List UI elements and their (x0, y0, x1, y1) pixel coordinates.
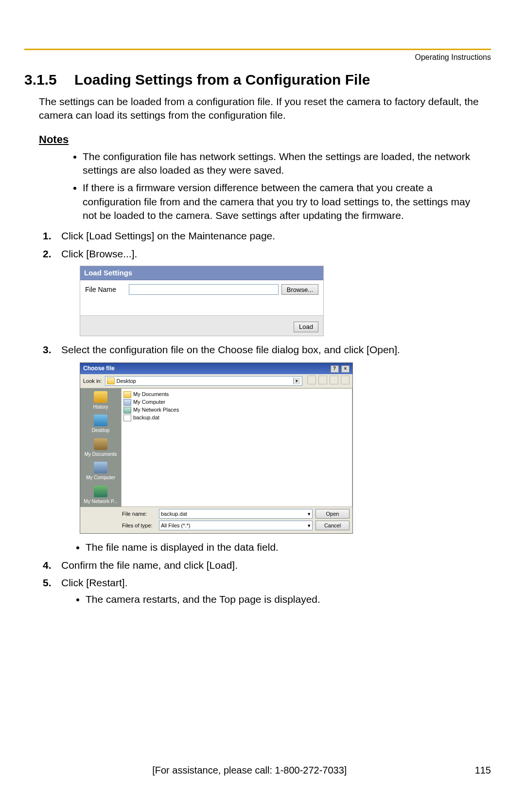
filetype-combo[interactable]: All Files (*.*) ▾ (159, 521, 313, 530)
folder-icon (123, 391, 131, 398)
network-icon (94, 486, 107, 497)
intro-paragraph: The settings can be loaded from a config… (39, 95, 491, 123)
views-icon[interactable] (341, 376, 350, 384)
folder-icon (107, 378, 115, 384)
note-item: If there is a firmware version differenc… (83, 181, 476, 222)
back-icon[interactable] (307, 376, 316, 384)
desktop-icon (94, 415, 107, 426)
toolbar-icons (306, 376, 350, 386)
documents-icon (94, 438, 107, 450)
computer-icon (123, 399, 131, 406)
place-history[interactable]: History (81, 389, 120, 412)
place-label: History (93, 404, 108, 410)
page-number: 115 (475, 765, 491, 776)
header-rule (24, 49, 491, 50)
load-panel-body: File Name Browse... (80, 280, 323, 315)
step-5: Click [Restart]. The camera restarts, an… (43, 576, 491, 607)
step-3-sub: The file name is displayed in the data f… (86, 541, 491, 554)
file-label: My Computer (133, 398, 165, 406)
step-3: Select the configuration file on the Cho… (43, 343, 491, 555)
lookin-label: Look in: (83, 378, 102, 385)
load-button[interactable]: Load (294, 322, 318, 332)
history-icon (94, 391, 107, 403)
up-icon[interactable] (318, 376, 327, 384)
list-item[interactable]: My Network Places (123, 406, 350, 414)
place-label: My Network P... (84, 499, 117, 504)
dialog-toolbar: Look in: Desktop ▾ (80, 374, 352, 388)
lookin-combo[interactable]: Desktop ▾ (105, 376, 302, 386)
list-item[interactable]: My Documents (123, 391, 350, 398)
chevron-down-icon: ▾ (308, 522, 311, 529)
place-label: My Documents (85, 451, 117, 457)
computer-icon (94, 462, 107, 473)
place-label: My Computer (86, 475, 115, 480)
step-2: Click [Browse...]. Load Settings File Na… (43, 247, 491, 336)
filetype-label: Files of type: (122, 522, 156, 529)
choose-file-dialog: Choose file ? × Look in: Desktop ▾ (80, 362, 353, 534)
dialog-title: Choose file (83, 364, 115, 372)
step-4: Confirm the file name, and click [Load]. (43, 559, 491, 572)
file-label: My Network Places (133, 406, 179, 414)
running-header: Operating Instructions (24, 53, 491, 62)
step-5-sub: The camera restarts, and the Top page is… (86, 593, 491, 606)
place-mycomp[interactable]: My Computer (81, 460, 120, 483)
file-icon (123, 415, 131, 421)
load-settings-panel: Load Settings File Name Browse... Load (80, 266, 324, 336)
section-title: 3.1.5 Loading Settings from a Configurat… (24, 72, 491, 88)
chevron-down-icon: ▾ (308, 510, 311, 518)
file-label: backup.dat (133, 414, 159, 421)
help-icon[interactable]: ? (331, 365, 339, 373)
section-number: 3.1.5 (24, 72, 57, 88)
filename-value: backup.dat (161, 510, 187, 518)
step-3-text: Select the configuration file on the Cho… (61, 344, 400, 355)
close-icon[interactable]: × (341, 365, 350, 373)
place-label: Desktop (92, 428, 110, 433)
places-bar: History Desktop My Documents My Com (80, 388, 121, 507)
place-mynet[interactable]: My Network P... (81, 484, 120, 506)
step-5-sublist: The camera restarts, and the Top page is… (86, 593, 491, 606)
steps-list: Click [Load Settings] on the Maintenance… (43, 229, 491, 606)
step-1: Click [Load Settings] on the Maintenance… (43, 229, 491, 243)
notes-heading: Notes (39, 133, 491, 146)
filename-combo[interactable]: backup.dat ▾ (159, 509, 313, 519)
cancel-button[interactable]: Cancel (315, 521, 350, 530)
page-footer: [For assistance, please call: 1-800-272-… (24, 765, 491, 776)
file-name-input[interactable] (129, 284, 279, 295)
file-list[interactable]: My Documents My Computer My Network Plac… (121, 388, 352, 507)
step-5-text: Click [Restart]. (61, 577, 128, 588)
list-item[interactable]: My Computer (123, 398, 350, 406)
step-3-sublist: The file name is displayed in the data f… (86, 541, 491, 554)
dialog-footer: File name: backup.dat ▾ Open Files of ty… (80, 507, 352, 533)
step-2-text: Click [Browse...]. (61, 248, 137, 259)
load-panel-footer: Load (80, 315, 323, 335)
place-mydocs[interactable]: My Documents (81, 436, 120, 459)
network-icon (123, 407, 131, 414)
newfolder-icon[interactable] (330, 376, 338, 384)
titlebar-buttons: ? × (330, 364, 350, 373)
list-item[interactable]: backup.dat (123, 414, 350, 422)
file-name-label: File Name (85, 285, 129, 294)
open-button[interactable]: Open (315, 509, 350, 519)
document-page: Operating Instructions 3.1.5 Loading Set… (0, 0, 525, 812)
notes-list: The configuration file has network setti… (68, 150, 491, 223)
filetype-value: All Files (*.*) (161, 522, 191, 529)
browse-button[interactable]: Browse... (281, 284, 318, 295)
file-label: My Documents (133, 391, 169, 398)
assistance-text: [For assistance, please call: 1-800-272-… (24, 765, 475, 776)
lookin-value: Desktop (117, 378, 136, 385)
load-panel-title: Load Settings (80, 266, 323, 280)
place-desktop[interactable]: Desktop (81, 413, 120, 435)
dialog-body: History Desktop My Documents My Com (80, 388, 352, 507)
section-title-text: Loading Settings from a Configuration Fi… (74, 72, 370, 88)
filename-label: File name: (122, 510, 156, 518)
chevron-down-icon: ▾ (293, 378, 300, 384)
dialog-titlebar: Choose file ? × (80, 363, 352, 374)
note-item: The configuration file has network setti… (83, 150, 476, 178)
